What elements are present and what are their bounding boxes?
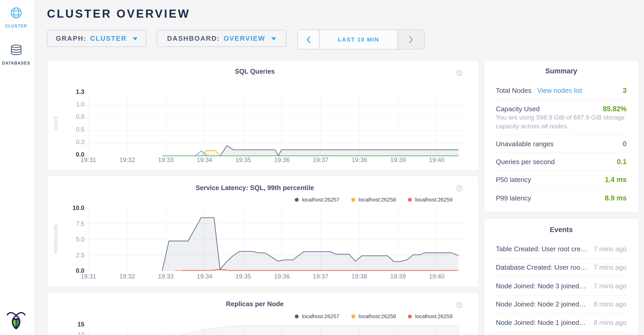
svg-text:19:39: 19:39 bbox=[390, 273, 406, 280]
svg-text:19:33: 19:33 bbox=[158, 156, 174, 163]
svg-text:0.8: 0.8 bbox=[76, 113, 84, 120]
svg-text:19:35: 19:35 bbox=[235, 273, 251, 280]
svg-text:19:32: 19:32 bbox=[119, 273, 135, 280]
svg-text:19:39: 19:39 bbox=[390, 156, 406, 163]
svg-text:7.5: 7.5 bbox=[76, 220, 84, 227]
svg-text:19:31: 19:31 bbox=[81, 273, 96, 280]
svg-text:19:40: 19:40 bbox=[429, 156, 444, 163]
svg-text:0.3: 0.3 bbox=[76, 139, 84, 145]
svg-text:19:31: 19:31 bbox=[81, 156, 96, 163]
svg-text:19:34: 19:34 bbox=[197, 273, 212, 280]
svg-text:19:37: 19:37 bbox=[313, 273, 328, 280]
svg-text:19:36: 19:36 bbox=[274, 273, 290, 280]
svg-text:15: 15 bbox=[78, 321, 84, 328]
svg-text:19:38: 19:38 bbox=[352, 273, 367, 280]
svg-text:1.3: 1.3 bbox=[76, 88, 84, 95]
svg-text:19:34: 19:34 bbox=[197, 156, 212, 163]
svg-text:2.5: 2.5 bbox=[76, 252, 84, 259]
svg-text:1.0: 1.0 bbox=[76, 101, 84, 108]
svg-text:19:37: 19:37 bbox=[313, 156, 328, 163]
svg-text:0.5: 0.5 bbox=[76, 126, 84, 133]
svg-text:milliseconds: milliseconds bbox=[52, 225, 58, 254]
svg-text:count: count bbox=[52, 116, 58, 130]
svg-text:19:38: 19:38 bbox=[352, 156, 367, 163]
svg-text:10.0: 10.0 bbox=[72, 205, 84, 211]
svg-text:10: 10 bbox=[78, 331, 84, 335]
svg-text:19:32: 19:32 bbox=[119, 156, 135, 163]
svg-text:19:35: 19:35 bbox=[235, 156, 251, 163]
svg-text:19:33: 19:33 bbox=[158, 273, 174, 280]
svg-text:5.0: 5.0 bbox=[76, 236, 84, 243]
svg-text:19:36: 19:36 bbox=[274, 156, 290, 163]
svg-text:19:40: 19:40 bbox=[429, 273, 444, 280]
